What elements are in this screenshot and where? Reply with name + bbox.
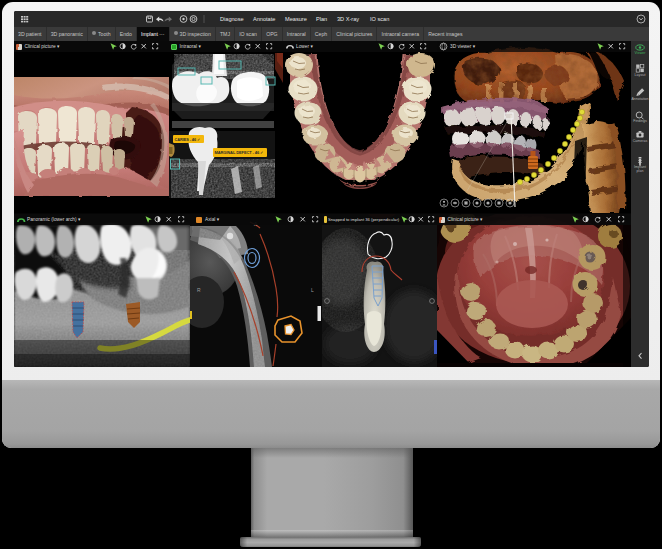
svg-text:L: L: [311, 287, 314, 293]
svg-text:CARIES - 46 ✓: CARIES - 46 ✓: [175, 137, 201, 142]
svg-text:R: R: [197, 287, 201, 293]
svg-text:L: L: [183, 299, 186, 305]
svg-text:R: R: [16, 299, 20, 305]
svg-text:MARGINAL DEFECT - 46 ✓: MARGINAL DEFECT - 46 ✓: [215, 150, 264, 155]
